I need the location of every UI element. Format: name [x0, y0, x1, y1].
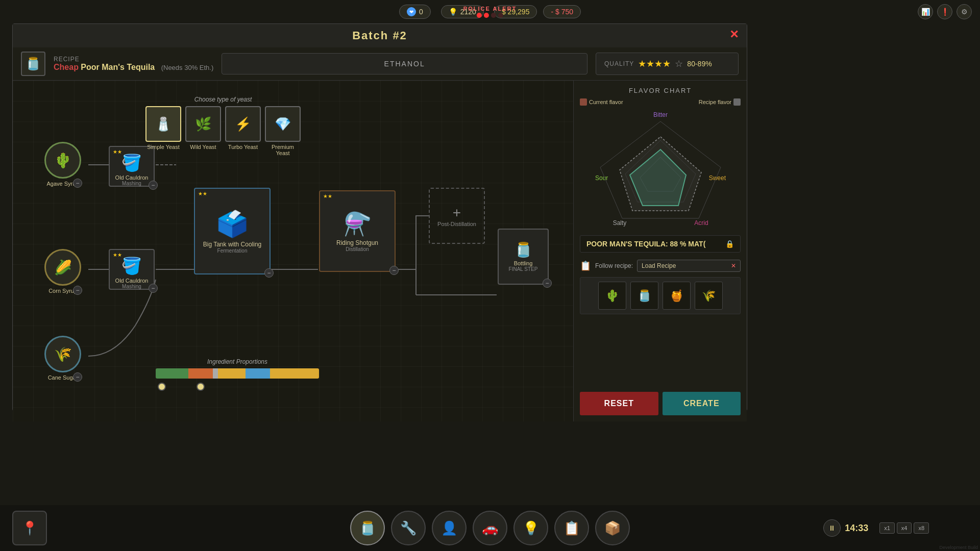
map-button[interactable]: 📍 — [12, 511, 47, 545]
mashing2-box[interactable]: ★★ 🪣 Old Cauldron Mashing − — [109, 249, 155, 290]
pause-button[interactable]: ⏸ — [823, 519, 841, 537]
agave-icon: 🌵 — [44, 142, 81, 179]
svg-text:Salty: Salty — [612, 219, 626, 227]
match-text: POOR MAN'S TEQUILA: 88 % MAT( — [586, 240, 705, 248]
post-distillation-box[interactable]: + Post-Distillation — [429, 188, 485, 244]
close-button[interactable]: ✕ — [729, 28, 740, 41]
follow-recipe-row: 📋 Follow recipe: Load Recipe ✕ — [580, 260, 741, 272]
mashing1-title: Old Cauldron — [115, 174, 149, 181]
slider-2[interactable] — [197, 383, 205, 391]
nav-car[interactable]: 🚗 — [473, 511, 507, 545]
bottling-box[interactable]: 🫙 Bottling FINAL STEP − — [498, 229, 549, 285]
cane-sugar-node[interactable]: 🌾 Cane Sugar − — [44, 336, 81, 381]
yeast-choose-label: Choose type of yeast — [145, 96, 301, 103]
lock-icon: 🔒 — [725, 240, 734, 248]
bottling-minus[interactable]: − — [543, 279, 552, 288]
recipe-color-dot — [733, 98, 741, 106]
timer-section: ⏸ 14:33 x1 x4 x8 — [823, 519, 929, 537]
dist-icon: ⚗️ — [344, 211, 372, 237]
flavor-legend: Current flavor Recipe flavor — [580, 98, 741, 106]
ing-icon-3[interactable]: 🍯 — [663, 282, 691, 310]
fermentation-box[interactable]: ★★ 🗳️ Big Tank with Cooling Fermentation… — [194, 188, 271, 274]
current-flavor-label: Current flavor — [589, 99, 623, 105]
nav-jar[interactable]: 🫙 — [350, 511, 385, 545]
agave-syrup-node[interactable]: 🌵 Agave Syrup − — [44, 142, 81, 187]
stats-icon[interactable]: 📊 — [918, 4, 933, 19]
distillation-box[interactable]: ★★ ⚗️ Riding Shotgun Distillation − — [319, 190, 396, 272]
nav-box[interactable]: 📦 — [595, 511, 630, 545]
yeast-turbo[interactable]: ⚡ Turbo Yeast — [225, 106, 261, 156]
modal-title-bar: Batch #2 ✕ — [13, 24, 747, 47]
ingredient-proportions: Ingredient Proportions — [156, 358, 319, 391]
yeast-premium[interactable]: 💎 Premium Yeast — [265, 106, 301, 156]
alert-icon[interactable]: ❗ — [937, 4, 952, 19]
load-recipe-button[interactable]: Load Recipe ✕ — [637, 260, 741, 272]
yeast-turbo-box: ⚡ — [225, 106, 261, 142]
ferm-minus[interactable]: − — [264, 268, 274, 278]
health-pill[interactable]: ❤ 0 — [399, 5, 431, 19]
mashing1-minus[interactable]: − — [149, 181, 158, 190]
corn-minus[interactable]: − — [73, 286, 82, 295]
mashing1-sub: Mashing — [122, 181, 141, 186]
nav-person[interactable]: 👤 — [432, 511, 467, 545]
follow-label: Follow recipe: — [595, 262, 633, 269]
nav-book[interactable]: 📋 — [554, 511, 589, 545]
proportions-bar[interactable] — [156, 368, 319, 379]
create-button[interactable]: CREATE — [663, 392, 741, 415]
load-recipe-label: Load Recipe — [642, 262, 676, 269]
settings-icon[interactable]: ⚙ — [957, 4, 972, 19]
ing-icon-4[interactable]: 🌾 — [695, 282, 723, 310]
mashing2-minus[interactable]: − — [149, 284, 158, 293]
cane-minus[interactable]: − — [73, 372, 82, 382]
modal-title: Batch #2 — [352, 29, 407, 42]
mashing1-icon: 🪣 — [121, 153, 142, 172]
dist-sub: Distillation — [346, 246, 369, 252]
agave-minus[interactable]: − — [73, 179, 82, 188]
mashing1-stars: ★★ — [113, 149, 122, 155]
ethanol-display: ETHANOL — [222, 53, 587, 74]
bottom-bar: 📍 🫙 🔧 👤 🚗 💡 📋 📦 ⏸ 14:33 x1 x4 x8 — [0, 505, 980, 551]
police-dot-2 — [484, 13, 489, 18]
police-dots — [463, 13, 517, 18]
slider-1[interactable] — [158, 383, 166, 391]
yeast-wild-box: 🌿 — [185, 106, 221, 142]
recipe-cheap: Cheap — [54, 63, 79, 71]
timer-display: 14:33 — [845, 523, 875, 534]
health-icon: ❤ — [407, 7, 416, 16]
yeast-premium-label: Premium Yeast — [265, 144, 301, 156]
recipe-name-row: Cheap Poor Man's Tequila (Needs 30% Eth.… — [54, 63, 213, 72]
load-recipe-clear[interactable]: ✕ — [731, 262, 736, 269]
corn-syrup-node[interactable]: 🌽 Corn Syrup − — [44, 249, 81, 294]
money-negative: - $ 750 — [543, 5, 581, 18]
yeast-wild[interactable]: 🌿 Wild Yeast — [185, 106, 221, 156]
dist-stars: ★★ — [323, 193, 332, 199]
ing-icon-1[interactable]: 🌵 — [598, 282, 626, 310]
yeast-simple[interactable]: 🧂 Simple Yeast — [145, 106, 181, 156]
police-label: POLICE ALERT — [463, 6, 517, 12]
nav-bulb[interactable]: 💡 — [513, 511, 548, 545]
batch-modal: Batch #2 ✕ 🫙 RECIPE Cheap Poor Man's Teq… — [12, 23, 747, 411]
svg-text:Bitter: Bitter — [653, 111, 667, 118]
flavor-chart: Bitter Sweet Acrid Salty Sour — [589, 109, 732, 231]
ing-icon-2[interactable]: 🫙 — [630, 282, 658, 310]
top-bar: ❤ 0 💡 2120 POLICE ALERT $ 29,295 - $ 750… — [0, 0, 980, 23]
speed-x1[interactable]: x1 — [879, 522, 895, 534]
svg-text:Sweet: Sweet — [708, 174, 726, 182]
match-display: POOR MAN'S TEQUILA: 88 % MAT( 🔒 — [580, 235, 741, 253]
ingredient-icons-row: 🌵 🫙 🍯 🌾 — [580, 277, 741, 314]
police-alert: POLICE ALERT — [463, 6, 517, 18]
reset-button[interactable]: RESET — [580, 392, 658, 415]
recipe-needs: (Needs 30% Eth.) — [161, 64, 214, 71]
dev-build-label: Development Build — [939, 545, 978, 550]
proportions-sliders — [156, 383, 319, 391]
ferm-stars: ★★ — [198, 191, 207, 196]
yeast-simple-label: Simple Yeast — [147, 144, 180, 150]
dist-minus[interactable]: − — [389, 266, 399, 275]
nav-tools[interactable]: 🔧 — [391, 511, 426, 545]
police-dot-4 — [498, 13, 503, 18]
svg-text:Acrid: Acrid — [694, 219, 708, 227]
speed-x4[interactable]: x4 — [897, 522, 912, 534]
bottling-sub: FINAL STEP — [509, 266, 538, 272]
speed-x8[interactable]: x8 — [914, 522, 929, 534]
recipe-icon: 🫙 — [21, 52, 45, 76]
